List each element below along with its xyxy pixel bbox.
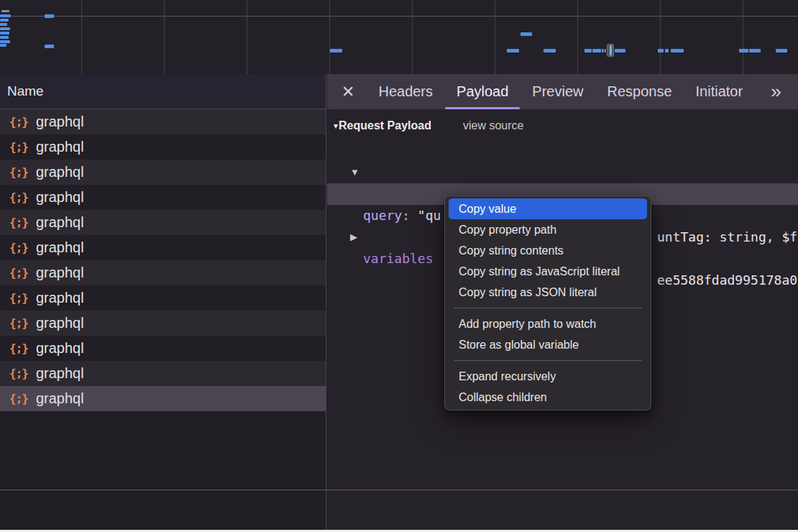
requests-panel: Name {;}graphql{;}graphql{;}graphql{;}gr…: [0, 74, 326, 530]
waterfall-bar: [0, 32, 9, 35]
view-source-link[interactable]: view source: [463, 119, 523, 132]
overview-gridline: [577, 0, 578, 74]
waterfall-bar: [0, 27, 10, 30]
request-row[interactable]: {;}graphql: [0, 160, 326, 185]
payload-root-row[interactable]: ▼ {operationName: "ipFlowTimeseries", va…: [327, 140, 798, 162]
request-row[interactable]: {;}graphql: [0, 260, 326, 285]
waterfall-bar: [592, 49, 601, 52]
details-tabbar: ✕ HeadersPayloadPreviewResponseInitiator…: [327, 74, 798, 109]
request-name-label: graphql: [36, 390, 84, 407]
context-menu: Copy valueCopy property pathCopy string …: [444, 196, 651, 411]
json-braces-icon: {;}: [9, 115, 28, 129]
request-row[interactable]: {;}graphql: [0, 285, 326, 311]
waterfall-bar: [45, 14, 54, 18]
menu-divider: [454, 360, 642, 361]
overview-gridline: [495, 0, 495, 74]
overview-gridline: [81, 0, 82, 74]
menu-item-store-as-global-variable[interactable]: Store as global variable: [449, 334, 647, 355]
json-braces-icon: {;}: [9, 367, 28, 380]
waterfall-bar: [602, 49, 604, 52]
request-name-label: graphql: [36, 315, 84, 331]
json-braces-icon: {;}: [9, 191, 28, 204]
json-braces-icon: {;}: [9, 291, 28, 305]
tabs-container: HeadersPayloadPreviewResponseInitiator: [378, 74, 743, 109]
operation-name-row[interactable]: operationName: "ipFlowTimeseries": [327, 162, 798, 183]
menu-item-copy-string-contents[interactable]: Copy string contents: [449, 240, 647, 261]
tab-response[interactable]: Response: [607, 74, 671, 109]
overview-gridline: [329, 0, 330, 74]
waterfall-bar: [615, 49, 625, 52]
tab-initiator[interactable]: Initiator: [696, 74, 743, 109]
request-row[interactable]: {;}graphql: [0, 109, 326, 134]
waterfall-bar: [520, 32, 532, 36]
summary-bar-divider: [0, 490, 798, 490]
waterfall-bar: [507, 49, 519, 52]
request-row[interactable]: {;}graphql: [0, 235, 326, 260]
waterfall-bar: [658, 49, 664, 52]
menu-item-expand-recursively[interactable]: Expand recursively: [449, 366, 647, 387]
waterfall-bar: [0, 19, 9, 22]
request-row[interactable]: {;}graphql: [0, 311, 326, 336]
request-name-label: graphql: [36, 139, 84, 155]
menu-divider: [454, 308, 642, 308]
request-name-label: graphql: [36, 189, 84, 206]
waterfall-bar: [584, 49, 592, 52]
json-braces-icon: {;}: [9, 140, 28, 154]
menu-item-collapse-children[interactable]: Collapse children: [449, 387, 647, 408]
tab-preview[interactable]: Preview: [532, 74, 583, 109]
request-name-label: graphql: [36, 239, 84, 256]
name-column-label: Name: [7, 83, 44, 99]
close-icon[interactable]: ✕: [341, 74, 354, 109]
property-value-right: ee5588fdad995178a0: [657, 270, 797, 291]
property-key: variables: [363, 251, 434, 266]
request-list: {;}graphql{;}graphql{;}graphql{;}graphql…: [0, 109, 326, 411]
request-row[interactable]: {;}graphql: [0, 134, 326, 160]
json-braces-icon: {;}: [9, 241, 28, 254]
overview-gridline: [164, 0, 165, 74]
json-braces-icon: {;}: [9, 392, 28, 405]
menu-item-copy-string-as-json-literal[interactable]: Copy string as JSON literal: [449, 282, 647, 303]
request-row[interactable]: {;}graphql: [0, 185, 326, 210]
request-row[interactable]: {;}graphql: [0, 361, 326, 386]
menu-item-copy-value[interactable]: Copy value: [449, 198, 647, 219]
menu-item-add-property-path-to-watch[interactable]: Add property path to watch: [449, 313, 647, 334]
tab-headers[interactable]: Headers: [378, 74, 433, 109]
json-braces-icon: {;}: [9, 316, 28, 330]
waterfall-bar: [749, 49, 761, 52]
waterfall-bar: [0, 14, 11, 17]
overview-gridline: [660, 0, 661, 74]
request-name-label: graphql: [36, 265, 84, 281]
waterfall-hover-marker: [607, 44, 614, 57]
request-name-label: graphql: [36, 365, 84, 382]
waterfall-bar: [671, 49, 684, 52]
request-name-label: graphql: [36, 290, 84, 306]
section-collapse-icon[interactable]: ▾: [334, 121, 338, 131]
waterfall-bar: [605, 49, 606, 52]
waterfall-bar: [739, 49, 748, 52]
waterfall-bar: [0, 40, 10, 43]
collapsed-arrow-icon[interactable]: ▶: [350, 226, 357, 248]
json-braces-icon: {;}: [9, 165, 28, 179]
request-name-label: graphql: [36, 164, 84, 180]
waterfall-marker-line: [610, 45, 612, 55]
overview-gridline: [247, 0, 247, 74]
menu-item-copy-property-path[interactable]: Copy property path: [449, 219, 647, 240]
request-payload-section-header[interactable]: ▾ Request Payload view source: [327, 119, 798, 132]
request-name-label: graphql: [36, 214, 84, 231]
network-overview-timeline[interactable]: [0, 0, 798, 74]
request-row[interactable]: {;}graphql: [0, 336, 326, 361]
waterfall-bar: [45, 45, 54, 48]
name-column-header[interactable]: Name: [0, 74, 326, 109]
json-braces-icon: {;}: [9, 266, 28, 280]
waterfall-bar: [330, 49, 342, 52]
more-tabs-icon[interactable]: »: [771, 74, 779, 109]
overview-gridline: [743, 0, 743, 74]
request-row[interactable]: {;}graphql: [0, 210, 326, 235]
waterfall-bar: [665, 49, 669, 52]
json-braces-icon: {;}: [9, 216, 28, 229]
overview-baseline: [0, 16, 798, 17]
waterfall-bar: [0, 36, 9, 39]
request-row[interactable]: {;}graphql: [0, 386, 326, 411]
menu-item-copy-string-as-javascript-literal[interactable]: Copy string as JavaScript literal: [449, 261, 647, 282]
tab-payload[interactable]: Payload: [457, 74, 508, 109]
